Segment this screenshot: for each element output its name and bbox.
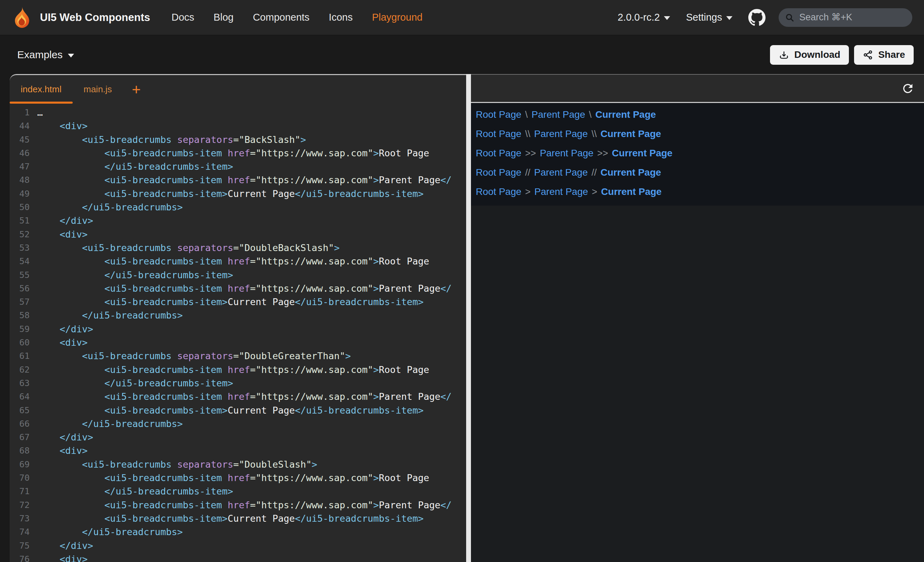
breadcrumb-root-page[interactable]: Root Page	[476, 186, 521, 197]
code-line[interactable]: 64<ui5-breadcrumbs-item href="https://ww…	[10, 390, 466, 403]
ui5-phoenix-logo-icon[interactable]	[10, 6, 33, 29]
code-line[interactable]: 48<ui5-breadcrumbs-item href="https://ww…	[10, 173, 466, 187]
code-line[interactable]: 51</div>	[10, 214, 466, 227]
line-number: 60	[10, 336, 37, 349]
code-line[interactable]: 1…	[10, 106, 466, 119]
breadcrumb-separator: //	[591, 167, 597, 178]
tab-main-js[interactable]: main.js	[73, 75, 123, 103]
line-number: 72	[10, 498, 37, 512]
code-line[interactable]: 65<ui5-breadcrumbs-item>Current Page</ui…	[10, 403, 466, 417]
code-line[interactable]: 53<ui5-breadcrumbs separators="DoubleBac…	[10, 241, 466, 255]
share-button[interactable]: Share	[854, 45, 914, 65]
code-line[interactable]: 66</ui5-breadcrumbs>	[10, 417, 466, 430]
code-line[interactable]: 67</div>	[10, 430, 466, 444]
code-line[interactable]: 56<ui5-breadcrumbs-item href="https://ww…	[10, 282, 466, 295]
code-line-content: <div>	[37, 444, 87, 457]
code-line-content: </div>	[37, 539, 93, 552]
code-line[interactable]: 71</ui5-breadcrumbs-item>	[10, 484, 466, 498]
breadcrumb-parent-page[interactable]: Parent Page	[534, 186, 588, 197]
line-number: 59	[10, 322, 37, 336]
code-line-content: </div>	[37, 214, 93, 227]
refresh-icon[interactable]	[901, 81, 915, 96]
code-line-content: <ui5-breadcrumbs separators="DoubleBackS…	[37, 241, 340, 255]
breadcrumb-parent-page[interactable]: Parent Page	[534, 167, 588, 178]
code-line[interactable]: 44<div>	[10, 119, 466, 133]
line-number: 46	[10, 146, 37, 160]
code-line-content: </div>	[37, 322, 93, 336]
download-button[interactable]: Download	[770, 45, 849, 65]
nav-item-docs[interactable]: Docs	[172, 12, 194, 23]
examples-dropdown[interactable]: Examples	[17, 49, 74, 61]
code-line[interactable]: 61<ui5-breadcrumbs separators="DoubleGre…	[10, 349, 466, 363]
download-label: Download	[794, 49, 840, 60]
code-line[interactable]: 69<ui5-breadcrumbs separators="DoubleSla…	[10, 458, 466, 471]
add-tab-button[interactable]: +	[123, 75, 150, 103]
editor-tabbar: index.htmlmain.js+	[10, 75, 466, 103]
search-box	[778, 8, 912, 27]
code-line-content: </div>	[37, 430, 93, 444]
code-line-content: <div>	[37, 552, 87, 562]
download-cloud-icon	[778, 49, 789, 60]
breadcrumb-row: Root Page>Parent Page>Current Page	[476, 182, 924, 201]
code-line[interactable]: 49<ui5-breadcrumbs-item>Current Page</ui…	[10, 187, 466, 201]
nav-item-icons[interactable]: Icons	[328, 12, 352, 23]
nav-item-components[interactable]: Components	[253, 12, 309, 23]
code-line[interactable]: 70<ui5-breadcrumbs-item href="https://ww…	[10, 471, 466, 484]
code-line[interactable]: 52<div>	[10, 228, 466, 241]
code-area[interactable]: 1…44<div>45<ui5-breadcrumbs separators="…	[10, 103, 466, 562]
code-line[interactable]: 62<ui5-breadcrumbs-item href="https://ww…	[10, 363, 466, 376]
code-line[interactable]: 74</ui5-breadcrumbs>	[10, 525, 466, 539]
code-line[interactable]: 72<ui5-breadcrumbs-item href="https://ww…	[10, 498, 466, 512]
nav-item-blog[interactable]: Blog	[214, 12, 234, 23]
github-icon[interactable]	[748, 9, 765, 26]
code-line[interactable]: 59</div>	[10, 322, 466, 336]
breadcrumb-root-page[interactable]: Root Page	[476, 167, 521, 178]
breadcrumb-separator: \	[589, 109, 592, 120]
line-number: 68	[10, 444, 37, 457]
breadcrumb-parent-page[interactable]: Parent Page	[534, 129, 588, 139]
breadcrumb-parent-page[interactable]: Parent Page	[532, 109, 585, 120]
breadcrumb-parent-page[interactable]: Parent Page	[540, 148, 594, 159]
code-line[interactable]: 46<ui5-breadcrumbs-item href="https://ww…	[10, 146, 466, 160]
breadcrumb-root-page[interactable]: Root Page	[476, 129, 521, 139]
code-line-content: <ui5-breadcrumbs separators="BackSlash">	[37, 133, 306, 146]
code-line-content: <ui5-breadcrumbs-item>Current Page</ui5-…	[37, 403, 424, 417]
code-line[interactable]: 73<ui5-breadcrumbs-item>Current Page</ui…	[10, 512, 466, 525]
brand-title[interactable]: UI5 Web Components	[40, 11, 150, 24]
code-line[interactable]: 57<ui5-breadcrumbs-item>Current Page</ui…	[10, 295, 466, 309]
code-line[interactable]: 63</ui5-breadcrumbs-item>	[10, 376, 466, 390]
nav-item-playground[interactable]: Playground	[372, 12, 423, 23]
code-line-content: <ui5-breadcrumbs-item>Current Page</ui5-…	[37, 187, 424, 201]
settings-dropdown[interactable]: Settings	[686, 12, 732, 23]
line-number: 58	[10, 309, 37, 322]
code-line-content: </ui5-breadcrumbs-item>	[37, 484, 233, 498]
breadcrumb-root-page[interactable]: Root Page	[476, 148, 521, 159]
search-input[interactable]	[799, 12, 906, 23]
code-line[interactable]: 54<ui5-breadcrumbs-item href="https://ww…	[10, 255, 466, 268]
playground-toolbar: Examples Download Share	[0, 36, 924, 74]
code-line-content: <ui5-breadcrumbs-item href="https://www.…	[37, 498, 452, 512]
line-number: 48	[10, 173, 37, 187]
tab-index-html[interactable]: index.html	[10, 75, 73, 103]
line-number: 67	[10, 430, 37, 444]
code-line[interactable]: 75</div>	[10, 539, 466, 552]
breadcrumb-root-page[interactable]: Root Page	[476, 109, 521, 120]
code-line[interactable]: 45<ui5-breadcrumbs separators="BackSlash…	[10, 133, 466, 146]
settings-label: Settings	[686, 12, 722, 23]
code-line-content: <div>	[37, 228, 87, 241]
code-line[interactable]: 60<div>	[10, 336, 466, 349]
code-line-content: </ui5-breadcrumbs>	[37, 201, 183, 214]
line-number: 65	[10, 403, 37, 417]
share-icon	[862, 49, 873, 60]
version-dropdown[interactable]: 2.0.0-rc.2	[618, 12, 670, 23]
code-line[interactable]: 68<div>	[10, 444, 466, 457]
code-line[interactable]: 58</ui5-breadcrumbs>	[10, 309, 466, 322]
code-line[interactable]: 76<div>	[10, 552, 466, 562]
code-line-content: <ui5-breadcrumbs-item>Current Page</ui5-…	[37, 295, 424, 309]
code-line[interactable]: 50</ui5-breadcrumbs>	[10, 201, 466, 214]
split-resize-handle[interactable]	[466, 74, 471, 562]
code-line-content: </ui5-breadcrumbs>	[37, 417, 183, 430]
version-label: 2.0.0-rc.2	[618, 12, 660, 23]
code-line[interactable]: 47</ui5-breadcrumbs-item>	[10, 160, 466, 173]
code-line[interactable]: 55</ui5-breadcrumbs-item>	[10, 268, 466, 282]
